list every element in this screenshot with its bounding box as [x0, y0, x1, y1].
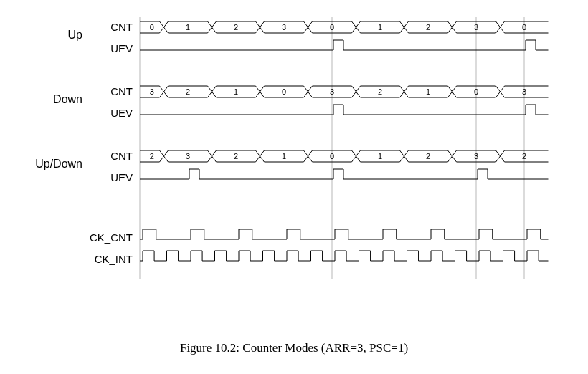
svg-text:2: 2: [378, 87, 382, 96]
svg-text:CK_CNT: CK_CNT: [90, 231, 133, 244]
svg-text:0: 0: [330, 23, 334, 32]
svg-text:2: 2: [234, 152, 238, 160]
svg-text:1: 1: [186, 23, 190, 32]
svg-text:2: 2: [522, 152, 526, 160]
svg-text:1: 1: [234, 87, 238, 96]
svg-text:0: 0: [150, 23, 154, 32]
svg-text:3: 3: [474, 152, 478, 160]
svg-text:2: 2: [426, 23, 430, 32]
timing-diagram: UpCNT012301230UEVDownCNT321032103UEVUp/D…: [14, 14, 574, 318]
svg-text:Down: Down: [53, 93, 82, 105]
svg-text:2: 2: [150, 152, 154, 160]
svg-text:1: 1: [378, 152, 382, 160]
svg-text:UEV: UEV: [110, 171, 133, 183]
svg-text:1: 1: [378, 23, 382, 32]
svg-text:0: 0: [282, 87, 286, 96]
svg-text:0: 0: [474, 87, 478, 96]
svg-text:2: 2: [234, 23, 238, 32]
timing-svg: UpCNT012301230UEVDownCNT321032103UEVUp/D…: [14, 14, 574, 315]
svg-text:CNT: CNT: [110, 21, 133, 33]
svg-text:3: 3: [282, 23, 286, 32]
figure-caption: Figure 10.2: Counter Modes (ARR=3, PSC=1…: [14, 341, 574, 355]
svg-text:2: 2: [186, 87, 190, 96]
svg-text:3: 3: [522, 87, 526, 96]
svg-text:1: 1: [282, 152, 286, 160]
svg-text:0: 0: [330, 152, 334, 160]
svg-text:Up: Up: [68, 29, 83, 41]
svg-text:CK_INT: CK_INT: [95, 253, 133, 265]
svg-text:UEV: UEV: [110, 107, 133, 119]
svg-text:3: 3: [474, 23, 478, 32]
svg-text:3: 3: [330, 87, 334, 96]
svg-text:0: 0: [522, 23, 526, 32]
svg-text:CNT: CNT: [110, 85, 133, 97]
svg-text:UEV: UEV: [110, 42, 133, 54]
svg-text:Up/Down: Up/Down: [35, 158, 82, 170]
svg-text:3: 3: [150, 87, 154, 96]
svg-text:2: 2: [426, 152, 430, 160]
svg-text:1: 1: [426, 87, 430, 96]
svg-text:3: 3: [186, 152, 190, 160]
svg-text:CNT: CNT: [110, 150, 133, 162]
